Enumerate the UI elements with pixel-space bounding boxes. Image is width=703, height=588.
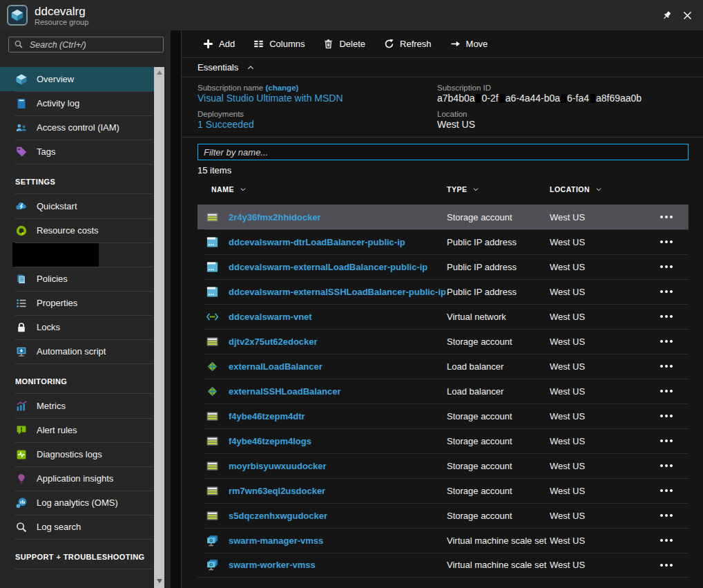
columns-button[interactable]: Columns	[253, 39, 305, 49]
properties-icon	[15, 297, 28, 310]
context-menu-button[interactable]	[660, 290, 675, 293]
column-header-type[interactable]: TYPE	[447, 185, 550, 193]
add-button[interactable]: Add	[203, 39, 235, 49]
subscription-name-link[interactable]: Visual Studio Ultimate with MSDN	[198, 93, 437, 104]
tag-icon	[15, 146, 28, 158]
move-arrow-icon	[450, 39, 461, 49]
table-row[interactable]: 2r4y36fmx2hhidocker Storage account West…	[198, 205, 688, 229]
sidebar-section-support: SUPPORT + TROUBLESHOOTING	[0, 539, 154, 569]
essentials-header[interactable]: Essentials	[182, 58, 703, 77]
sidebar-item-resource-costs[interactable]: Resource costs	[0, 218, 154, 243]
table-row[interactable]: s5dqczenhxwgudocker Storage account West…	[198, 503, 688, 528]
sidebar-item-log-analytics[interactable]: Log analytics (OMS)	[0, 491, 154, 515]
table-row[interactable]: f4ybe46tzepm4dtr Storage account West US	[198, 404, 688, 428]
policies-icon	[15, 273, 28, 285]
resource-list: 2r4y36fmx2hhidocker Storage account West…	[198, 205, 688, 578]
table-row[interactable]: externalLoadBalancer Load balancer West …	[198, 354, 688, 379]
sidebar-item-quickstart[interactable]: Quickstart	[0, 194, 154, 218]
resource-link[interactable]: ddcevalswarm-externalLoadBalancer-public…	[229, 262, 427, 272]
storage-account-icon	[205, 334, 219, 348]
location-label: Location	[437, 110, 703, 118]
sidebar-item-log-search[interactable]: Log search	[0, 515, 154, 539]
column-header-name[interactable]: NAME	[205, 185, 447, 193]
filter-input[interactable]	[198, 144, 688, 160]
move-button[interactable]: Move	[450, 39, 488, 49]
context-menu-button[interactable]	[660, 390, 675, 392]
context-menu-button[interactable]	[660, 564, 675, 567]
resource-link[interactable]: djtv2x75ut62edocker	[229, 336, 318, 347]
resource-link[interactable]: externalSSHLoadBalancer	[229, 386, 341, 397]
pin-button[interactable]	[656, 5, 677, 26]
table-row[interactable]: djtv2x75ut62edocker Storage account West…	[198, 329, 688, 354]
table-row[interactable]: ddcevalswarm-externalSSHLoadBalancer-pub…	[198, 279, 688, 304]
resource-link[interactable]: f4ybe46tzepm4logs	[229, 436, 311, 446]
context-menu-button[interactable]	[660, 216, 675, 218]
table-row[interactable]: ddcevalswarm-vnet Virtual network West U…	[198, 304, 688, 329]
resource-link[interactable]: swarm-manager-vmss	[229, 535, 323, 546]
main-panel: Add Columns Delete Refresh Move Essentia…	[181, 30, 703, 588]
table-row[interactable]: swarm-manager-vmss Virtual machine scale…	[198, 528, 688, 553]
resource-link[interactable]: ddcevalswarm-externalSSHLoadBalancer-pub…	[229, 287, 446, 297]
table-row[interactable]: externalSSHLoadBalancer Load balancer We…	[198, 379, 688, 404]
context-menu-button[interactable]	[660, 415, 675, 417]
vm-scale-set-icon	[205, 533, 219, 547]
context-menu-button[interactable]	[660, 539, 675, 542]
table-row[interactable]: moyrbisyuwxuudocker Storage account West…	[198, 453, 688, 478]
sidebar-item-diagnostics-logs[interactable]: Diagnostics logs	[0, 442, 154, 466]
resource-link[interactable]: ddcevalswarm-vnet	[229, 312, 312, 322]
resource-link[interactable]: rm7wn63eql2usdocker	[229, 486, 325, 496]
resource-link[interactable]: ddcevalswarm-dtrLoadBalancer-public-ip	[229, 237, 405, 247]
sidebar-item-locks[interactable]: Locks	[0, 315, 154, 339]
sidebar-item-metrics[interactable]: Metrics	[0, 394, 154, 418]
context-menu-button[interactable]	[660, 265, 675, 268]
ellipsis-icon	[660, 290, 663, 293]
table-row[interactable]: swarm-worker-vmss Virtual machine scale …	[198, 553, 688, 578]
sidebar-item-alert-rules[interactable]: Alert rules	[0, 418, 154, 442]
resource-link[interactable]: s5dqczenhxwgudocker	[229, 511, 327, 521]
context-menu-button[interactable]	[660, 489, 675, 492]
table-row[interactable]: ddcevalswarm-dtrLoadBalancer-public-ip P…	[198, 229, 688, 254]
storage-account-icon	[205, 409, 219, 423]
scroll-down-icon[interactable]	[154, 576, 164, 587]
sidebar-item-tags[interactable]: Tags	[0, 140, 154, 164]
sidebar-item-application-insights[interactable]: Application insights	[0, 466, 154, 491]
resource-link[interactable]: swarm-worker-vmss	[229, 560, 316, 570]
context-menu-button[interactable]	[660, 240, 675, 243]
sidebar-item-activity-log[interactable]: Activity log	[0, 91, 154, 115]
context-menu-button[interactable]	[660, 365, 675, 368]
close-button[interactable]	[677, 5, 697, 26]
context-menu-button[interactable]	[660, 514, 675, 517]
table-row[interactable]: rm7wn63eql2usdocker Storage account West…	[198, 478, 688, 503]
table-row[interactable]: f4ybe46tzepm4logs Storage account West U…	[198, 428, 688, 453]
context-menu-button[interactable]	[660, 439, 675, 442]
delete-button[interactable]: Delete	[323, 39, 365, 49]
context-menu-button[interactable]	[660, 464, 675, 467]
sidebar-nav: Overview Activity log Access control (IA…	[0, 67, 154, 588]
column-header-location[interactable]: LOCATION	[550, 185, 660, 193]
context-menu-button[interactable]	[660, 340, 675, 343]
context-menu-button[interactable]	[660, 315, 675, 318]
ellipsis-icon	[660, 365, 663, 368]
resource-link[interactable]: externalLoadBalancer	[229, 361, 322, 372]
storage-account-icon	[205, 210, 219, 224]
access-control-icon	[15, 122, 28, 134]
sidebar-item-overview[interactable]: Overview	[0, 67, 154, 91]
resource-link[interactable]: moyrbisyuwxuudocker	[229, 461, 327, 471]
chevron-up-icon[interactable]	[247, 64, 255, 72]
resource-link[interactable]: 2r4y36fmx2hhidocker	[229, 212, 321, 222]
ellipsis-icon	[660, 464, 663, 467]
sidebar-item-access-control[interactable]: Access control (IAM)	[0, 115, 154, 140]
sidebar-item-properties[interactable]: Properties	[0, 291, 154, 315]
resource-link[interactable]: f4ybe46tzepm4dtr	[229, 411, 305, 421]
refresh-button[interactable]: Refresh	[384, 39, 432, 49]
sidebar-scrollbar[interactable]	[154, 67, 164, 588]
location-value: West US	[437, 119, 703, 130]
scroll-up-icon[interactable]	[154, 67, 164, 78]
change-subscription-link[interactable]: (change)	[265, 84, 298, 92]
deployments-link[interactable]: 1 Succeeded	[198, 119, 437, 130]
table-row[interactable]: ddcevalswarm-externalLoadBalancer-public…	[198, 254, 688, 279]
sidebar-item-policies[interactable]: Policies	[0, 267, 154, 291]
search-input[interactable]	[8, 37, 164, 53]
sidebar-item-automation-script[interactable]: Automation script	[0, 339, 154, 363]
public-ip-icon	[205, 285, 219, 298]
